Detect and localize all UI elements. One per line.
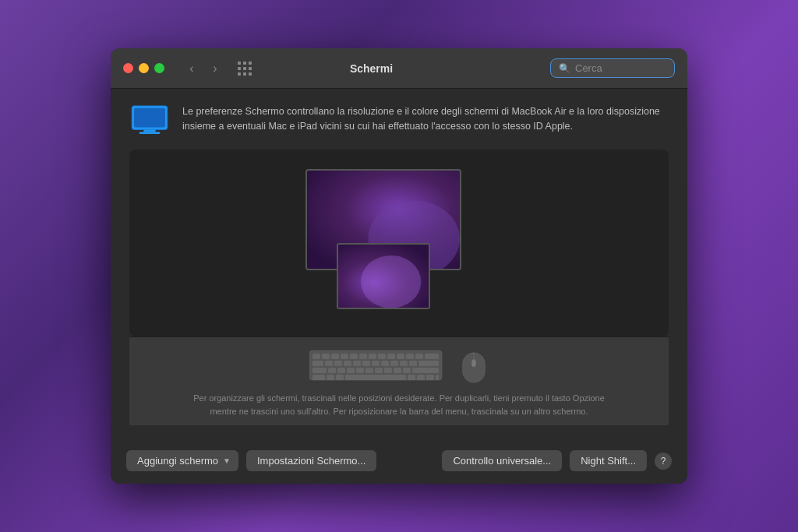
svg-rect-39	[390, 361, 398, 366]
display-settings-button[interactable]: Impostazioni Schermo...	[246, 450, 376, 471]
minimize-button[interactable]	[139, 63, 149, 73]
help-button[interactable]: ?	[655, 453, 672, 470]
titlebar: ‹ › Schermi 🔍	[111, 48, 687, 89]
search-icon: 🔍	[559, 63, 570, 74]
svg-rect-35	[353, 361, 361, 366]
svg-rect-32	[325, 361, 333, 366]
svg-rect-36	[362, 361, 370, 366]
svg-rect-12	[139, 132, 161, 134]
svg-rect-19	[322, 354, 330, 359]
svg-rect-40	[400, 361, 408, 366]
window-title: Schermi	[199, 62, 544, 75]
svg-rect-60	[426, 375, 434, 380]
svg-rect-33	[334, 361, 342, 366]
svg-rect-34	[344, 361, 351, 366]
search-box[interactable]: 🔍	[550, 58, 675, 78]
svg-rect-18	[312, 354, 320, 359]
svg-rect-26	[387, 354, 395, 359]
svg-rect-25	[378, 354, 386, 359]
close-button[interactable]	[123, 63, 133, 73]
svg-rect-61	[436, 375, 439, 380]
footer: Aggiungi schermo ▼ Impostazioni Schermo.…	[111, 441, 687, 484]
svg-rect-24	[369, 354, 376, 359]
svg-rect-54	[312, 375, 325, 380]
content-area: Le preferenze Schermo controllano la ris…	[111, 89, 687, 441]
svg-rect-48	[365, 368, 373, 373]
svg-rect-46	[347, 368, 355, 373]
monitors-container	[290, 169, 508, 309]
svg-rect-41	[409, 361, 417, 366]
svg-rect-59	[417, 375, 425, 380]
svg-point-16	[361, 255, 421, 308]
svg-rect-23	[359, 354, 367, 359]
monitor-front[interactable]	[337, 243, 430, 309]
svg-rect-22	[350, 354, 358, 359]
keyboard-mouse-display	[309, 347, 489, 386]
search-input[interactable]	[575, 62, 666, 74]
svg-rect-57	[345, 375, 406, 380]
add-display-button[interactable]: Aggiungi schermo ▼	[126, 450, 238, 471]
svg-rect-56	[336, 375, 344, 380]
system-preferences-window: ‹ › Schermi 🔍	[111, 48, 687, 484]
svg-rect-37	[372, 361, 380, 366]
svg-rect-44	[328, 368, 336, 373]
svg-rect-11	[143, 129, 155, 132]
display-icon	[129, 104, 170, 136]
maximize-button[interactable]	[154, 63, 164, 73]
svg-rect-20	[331, 354, 339, 359]
info-banner: Le preferenze Schermo controllano la ris…	[129, 104, 669, 136]
svg-rect-30	[425, 354, 439, 359]
svg-rect-53	[412, 368, 439, 373]
svg-rect-45	[337, 368, 345, 373]
svg-rect-43	[312, 368, 327, 373]
svg-rect-42	[418, 361, 439, 366]
svg-rect-52	[403, 368, 411, 373]
mouse-icon	[459, 347, 489, 386]
svg-point-64	[471, 359, 476, 367]
svg-rect-47	[356, 368, 364, 373]
svg-rect-27	[397, 354, 404, 359]
keyboard-hint-text: Per organizzare gli schermi, trascinali …	[181, 392, 617, 417]
svg-rect-51	[394, 368, 401, 373]
keyboard-icon	[309, 347, 450, 386]
night-shift-button[interactable]: Night Shift...	[570, 450, 647, 471]
svg-rect-29	[415, 354, 423, 359]
display-area	[129, 150, 669, 336]
svg-rect-55	[327, 375, 334, 380]
traffic-lights	[123, 63, 164, 73]
svg-rect-21	[341, 354, 348, 359]
keyboard-area: Per organizzare gli schermi, trascinali …	[129, 336, 669, 425]
info-description: Le preferenze Schermo controllano la ris…	[182, 104, 669, 134]
svg-rect-58	[408, 375, 415, 380]
svg-rect-10	[134, 108, 165, 128]
svg-rect-50	[384, 368, 392, 373]
universal-control-button[interactable]: Controllo universale...	[442, 450, 562, 471]
svg-rect-38	[381, 361, 389, 366]
svg-rect-49	[375, 368, 383, 373]
dropdown-arrow-icon: ▼	[223, 456, 231, 465]
svg-rect-31	[312, 361, 323, 366]
svg-rect-28	[406, 354, 414, 359]
